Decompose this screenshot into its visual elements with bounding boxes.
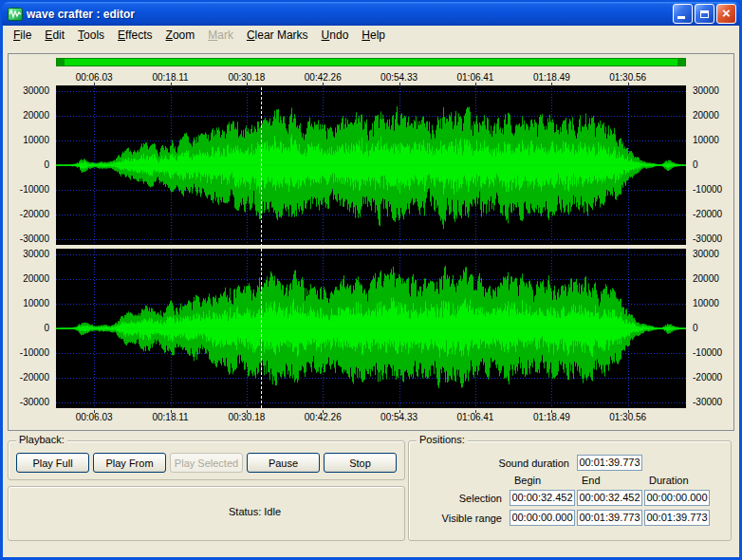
axis-label: -30000 <box>9 233 54 245</box>
play-full-button[interactable]: Play Full <box>16 453 89 473</box>
axis-label: 20000 <box>9 273 54 285</box>
axis-label: -10000 <box>9 184 54 196</box>
positions-grid: Sound duration 00:01:39.773 Begin End Du… <box>409 441 731 526</box>
axis-label: -20000 <box>9 372 54 383</box>
time-ruler-top: 00:06.0300:18.1100:30.1800:42.2600:54.33… <box>56 70 686 85</box>
axis-label: -20000 <box>688 209 733 220</box>
maximize-icon <box>700 10 709 18</box>
axis-label: 10000 <box>688 298 733 309</box>
axis-left-channel2: 3000020000100000-10000-20000-30000 <box>9 249 54 408</box>
ruler-tick <box>94 410 95 413</box>
end-column-header: End <box>577 475 642 486</box>
axis-label: 20000 <box>688 110 733 121</box>
status-box: Status: Idle <box>8 486 405 541</box>
axis-label: -30000 <box>688 233 733 245</box>
ruler-tick <box>323 410 324 413</box>
ruler-label: 00:42.26 <box>305 412 342 422</box>
waveform-panel: 00:06.0300:18.1100:30.1800:42.2600:54.33… <box>8 53 734 431</box>
menu-item-edit[interactable]: Edit <box>38 27 71 44</box>
axis-label: -10000 <box>688 347 733 359</box>
ruler-label: 01:30.56 <box>609 412 646 422</box>
menu-bar: FileEditToolsEffectsZoomMarkClear MarksU… <box>3 26 739 45</box>
selection-duration-field[interactable]: 00:00:00.000 <box>644 490 710 506</box>
ruler-tick <box>399 410 400 413</box>
playback-group: Playback: Play FullPlay FromPlay Selecte… <box>8 440 405 480</box>
axis-label: 0 <box>688 159 733 171</box>
ruler-label: 01:30.56 <box>609 72 646 83</box>
ruler-label: 00:30.18 <box>228 412 265 422</box>
selection-end-field[interactable]: 00:00:32.452 <box>577 490 642 506</box>
sound-duration-label: Sound duration <box>415 457 575 469</box>
axis-label: -10000 <box>688 184 733 196</box>
visible-range-row-label: Visible range <box>415 513 508 524</box>
ruler-label: 00:30.18 <box>228 72 265 83</box>
menu-item-tools[interactable]: Tools <box>71 27 111 44</box>
sound-duration-field[interactable]: 00:01:39.773 <box>577 455 642 471</box>
axis-label: 30000 <box>688 249 733 260</box>
axis-label: 0 <box>688 323 733 334</box>
stop-button[interactable]: Stop <box>324 453 397 473</box>
client-area: FileEditToolsEffectsZoomMarkClear MarksU… <box>3 26 739 557</box>
axis-label: 10000 <box>9 135 54 146</box>
pause-button[interactable]: Pause <box>247 453 320 473</box>
status-text: Status: Idle <box>229 506 281 517</box>
ruler-label: 01:18.49 <box>533 412 570 422</box>
ruler-label: 01:06.41 <box>456 412 493 422</box>
axis-label: 10000 <box>9 298 54 309</box>
ruler-label: 00:54.33 <box>380 72 417 83</box>
axis-label: -30000 <box>9 397 54 408</box>
visible-range-begin-field[interactable]: 00:00:00.000 <box>510 510 575 526</box>
time-ruler-bottom: 00:06.0300:18.1100:30.1800:42.2600:54.33… <box>56 410 686 425</box>
selection-row-label: Selection <box>415 493 508 504</box>
minimize-button[interactable] <box>673 4 693 24</box>
ruler-tick <box>551 410 552 413</box>
axis-label: -10000 <box>9 347 54 359</box>
ruler-tick <box>171 410 172 413</box>
ruler-label: 01:06.41 <box>456 72 493 83</box>
duration-column-header: Duration <box>644 475 710 486</box>
window-title: wave crafter : editor <box>27 8 673 21</box>
visible-range-end-field[interactable]: 00:01:39.773 <box>577 510 642 526</box>
menu-item-file[interactable]: File <box>7 27 38 44</box>
waveform-channel-2[interactable] <box>56 249 686 408</box>
ruler-label: 00:06.03 <box>76 412 113 422</box>
playback-cursor <box>261 87 262 408</box>
close-icon: × <box>722 6 731 20</box>
axis-label: 10000 <box>688 135 733 146</box>
axis-right-channel1: 3000020000100000-10000-20000-30000 <box>688 85 733 245</box>
title-bar: wave crafter : editor × <box>2 2 740 26</box>
scrollbar-left-cap[interactable] <box>57 59 65 65</box>
ruler-tick <box>247 410 248 413</box>
visible-range-scrollbar[interactable] <box>56 58 686 66</box>
scrollbar-right-cap[interactable] <box>677 59 685 65</box>
maximize-button[interactable] <box>695 4 714 24</box>
ruler-label: 00:18.11 <box>152 72 188 83</box>
positions-group: Positions: Sound duration 00:01:39.773 B… <box>408 440 732 541</box>
axis-label: 30000 <box>9 249 54 260</box>
ruler-tick <box>628 410 629 413</box>
waveform-channel-1[interactable] <box>56 85 686 245</box>
app-icon <box>8 7 23 22</box>
axis-label: -30000 <box>688 397 733 408</box>
axis-label: 0 <box>9 159 54 171</box>
menu-item-effects[interactable]: Effects <box>111 27 158 44</box>
axis-right-channel2: 3000020000100000-10000-20000-30000 <box>688 249 733 408</box>
window: wave crafter : editor × FileEditToolsEff… <box>0 0 742 560</box>
ruler-label: 00:06.03 <box>76 72 113 83</box>
selection-begin-field[interactable]: 00:00:32.452 <box>510 490 575 506</box>
begin-column-header: Begin <box>510 475 575 486</box>
menu-item-clear-marks[interactable]: Clear Marks <box>240 27 315 44</box>
menu-item-undo[interactable]: Undo <box>315 27 356 44</box>
menu-item-help[interactable]: Help <box>355 27 392 44</box>
axis-label: -20000 <box>688 372 733 383</box>
ruler-tick <box>475 410 476 413</box>
axis-label: 20000 <box>688 273 733 285</box>
axis-left-channel1: 3000020000100000-10000-20000-30000 <box>9 85 54 245</box>
play-from-button[interactable]: Play From <box>93 453 166 473</box>
minimize-icon <box>677 16 685 19</box>
close-button[interactable]: × <box>716 4 736 24</box>
visible-range-duration-field[interactable]: 00:01:39.773 <box>644 510 710 526</box>
menu-item-zoom[interactable]: Zoom <box>159 27 202 44</box>
ruler-label: 00:42.26 <box>305 72 342 83</box>
playback-buttons: Play FullPlay FromPlay SelectedPauseStop <box>16 453 397 473</box>
